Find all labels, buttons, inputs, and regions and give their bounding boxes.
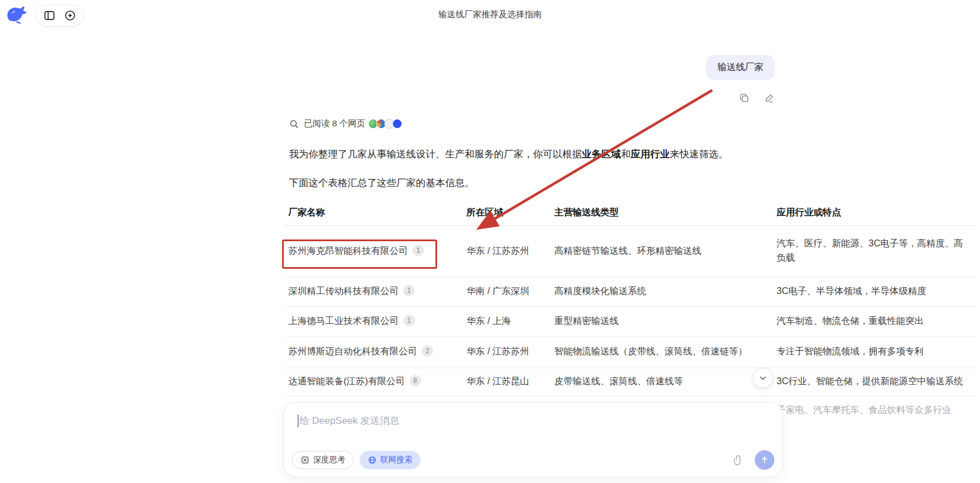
composer-right-actions: [732, 450, 774, 470]
vendor-type: 智能物流输送线（皮带线、滚筒线、倍速链等）: [550, 336, 773, 368]
copy-button[interactable]: [738, 92, 750, 103]
vendor-name: 苏州海克昂智能科技有限公司: [288, 246, 408, 256]
vendor-type: 高精密链节输送线、环形精密输送线: [550, 225, 773, 277]
globe-icon: [368, 455, 377, 465]
edit-pencil-icon: [764, 92, 775, 103]
assistant-paragraph-2: 下面这个表格汇总了这些厂家的基本信息。: [289, 176, 921, 191]
bold-industry: 应用行业: [631, 149, 670, 160]
input-placeholder: 给 DeepSeek 发送消息: [300, 414, 400, 427]
bold-business-region: 业务区域: [582, 149, 621, 160]
send-button[interactable]: [755, 450, 774, 470]
vendor-industry: 汽车制造、物流仓储，重载性能突出: [773, 306, 977, 336]
web-read-status-label: 已阅读 8 个网页: [304, 118, 365, 129]
deep-think-icon: [300, 455, 310, 465]
vendor-region: 华东 / 江苏苏州: [462, 225, 550, 277]
table-row: 深圳精工传动科技有限公司1 华南 / 广东深圳 高精度模块化输送系统 3C电子、…: [284, 277, 977, 306]
attach-file-button[interactable]: [732, 454, 744, 466]
vendor-name: 苏州博斯迈自动化科技有限公司: [288, 346, 417, 356]
page-title: 输送线厂家推荐及选择指南: [0, 9, 980, 20]
scroll-to-bottom-button[interactable]: [753, 368, 773, 388]
col-header-region: 所在区域: [462, 201, 550, 225]
vendor-industry: 3C电子、半导体领域，半导体级精度: [773, 277, 977, 306]
vendor-table: 厂家名称 所在区域 主营输送线类型 应用行业或特点 苏州海克昂智能科技有限公司1…: [284, 201, 977, 424]
citation-badge[interactable]: 2: [422, 345, 433, 357]
col-header-type: 主营输送线类型: [550, 201, 773, 225]
deep-think-toggle[interactable]: 深度思考: [292, 451, 354, 469]
chevron-down-icon: [758, 373, 767, 382]
web-search-toggle[interactable]: 联网搜索: [360, 451, 420, 469]
vendor-region: 华东 / 上海: [462, 306, 550, 336]
message-actions: [738, 92, 775, 103]
source-favicon-4: [392, 119, 402, 129]
vendor-type: 重型精密输送线: [550, 306, 773, 336]
col-header-name: 厂家名称: [284, 201, 462, 225]
edit-button[interactable]: [763, 92, 775, 103]
composer: 给 DeepSeek 发送消息 深度思考 联网搜索: [283, 402, 783, 477]
col-header-industry: 应用行业或特点: [773, 201, 977, 225]
user-message-bubble: 输送线厂家: [706, 55, 775, 80]
vendor-type: 高精度模块化输送系统: [550, 277, 773, 306]
text-caret: [298, 415, 299, 427]
web-read-status[interactable]: 已阅读 8 个网页: [289, 118, 402, 129]
vendor-name: 达通智能装备(江苏)有限公司: [288, 376, 405, 386]
table-row: 苏州海克昂智能科技有限公司1 华东 / 江苏苏州 高精密链节输送线、环形精密输送…: [284, 225, 977, 277]
table-header-row: 厂家名称 所在区域 主营输送线类型 应用行业或特点: [284, 201, 977, 225]
vendor-name: 深圳精工传动科技有限公司: [288, 286, 399, 296]
citation-badge[interactable]: 1: [403, 315, 415, 326]
web-search-label: 联网搜索: [380, 455, 412, 465]
vendor-region: 华东 / 江苏苏州: [462, 336, 550, 368]
vendor-name: 上海德马工业技术有限公司: [288, 316, 399, 326]
citation-badge[interactable]: 1: [412, 245, 424, 256]
message-input[interactable]: 给 DeepSeek 发送消息: [298, 414, 700, 427]
deep-think-label: 深度思考: [313, 455, 345, 465]
vendor-region: 华南 / 广东深圳: [462, 277, 550, 306]
vendor-industry: 专注于智能物流领域，拥有多项专利: [773, 336, 977, 368]
assistant-paragraph-1: 我为你整理了几家从事输送线设计、生产和服务的厂家，你可以根据业务区域和应用行业来…: [289, 147, 921, 162]
table-row: 上海德马工业技术有限公司1 华东 / 上海 重型精密输送线 汽车制造、物流仓储，…: [284, 306, 977, 336]
arrow-up-icon: [760, 455, 769, 465]
citation-badge[interactable]: 8: [410, 375, 421, 387]
search-icon: [289, 119, 299, 129]
vendor-industry-partial: 子家电、汽车摩托车、食品饮料等众多行业: [773, 396, 977, 424]
vendor-type: 皮带输送线、滚筒线、倍速线等: [550, 368, 773, 396]
citation-badge[interactable]: 1: [403, 285, 415, 296]
table-row: 达通智能装备(江苏)有限公司8 华东 / 江苏昆山 皮带输送线、滚筒线、倍速线等…: [284, 368, 977, 396]
vendor-industry: 3C行业、智能仓储，提供新能源空中输送系统: [773, 368, 977, 396]
paperclip-icon: [732, 454, 744, 466]
table-row: 苏州博斯迈自动化科技有限公司2 华东 / 江苏苏州 智能物流输送线（皮带线、滚筒…: [284, 336, 977, 368]
composer-toolbar: 深度思考 联网搜索: [292, 450, 774, 470]
copy-icon: [739, 92, 750, 103]
vendor-industry: 汽车、医疗、新能源、3C电子等，高精度、高负载: [773, 225, 977, 277]
vendor-region: 华东 / 江苏昆山: [462, 368, 550, 396]
source-favicons: [370, 119, 402, 129]
